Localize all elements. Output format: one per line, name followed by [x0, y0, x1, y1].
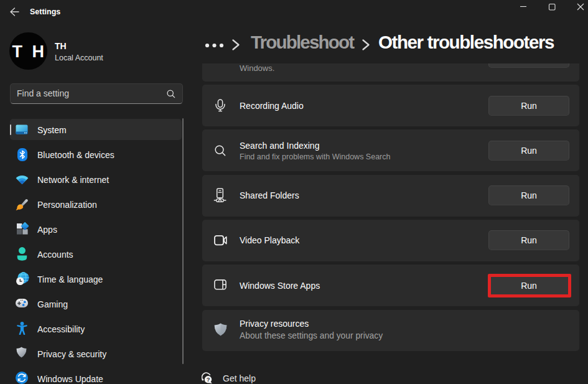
svg-text:?: ?: [207, 376, 210, 383]
